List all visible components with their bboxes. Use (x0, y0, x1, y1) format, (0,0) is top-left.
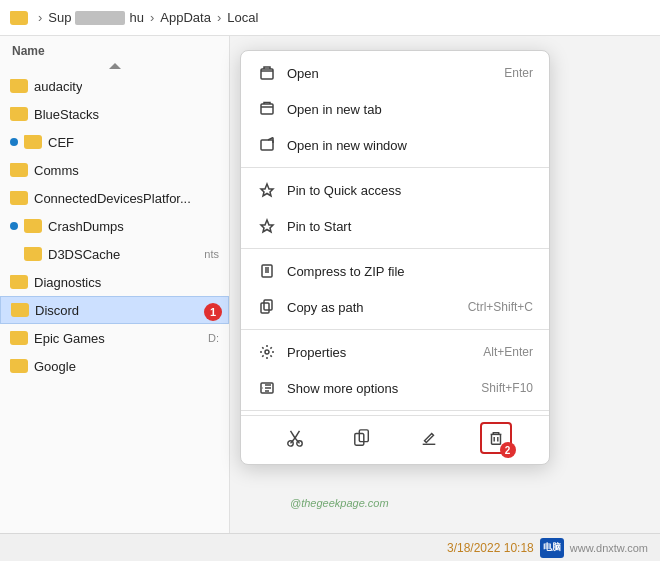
item-label: Google (34, 359, 76, 374)
folder-icon (24, 219, 42, 233)
breadcrumb-sep2: › (150, 10, 154, 25)
svg-rect-9 (261, 303, 269, 313)
list-item[interactable]: BlueStacks (0, 100, 229, 128)
svg-rect-8 (264, 300, 272, 310)
ctx-label-open: Open (287, 66, 504, 81)
list-item[interactable]: Comms (0, 156, 229, 184)
delete-button[interactable]: 2 (480, 422, 512, 454)
folder-icon (10, 107, 28, 121)
ctx-label-copy-path: Copy as path (287, 300, 468, 315)
breadcrumb-bar: › Sup hu › AppData › Local (0, 0, 660, 36)
pin-start-icon (257, 216, 277, 236)
ctx-label-properties: Properties (287, 345, 483, 360)
scroll-up-icon[interactable] (108, 62, 122, 70)
ctx-shortcut-copy-path: Ctrl+Shift+C (468, 300, 533, 314)
item-label: CrashDumps (48, 219, 124, 234)
copy-button[interactable] (346, 422, 378, 454)
cut-button[interactable] (279, 422, 311, 454)
new-window-icon (257, 135, 277, 155)
folder-icon (11, 303, 29, 317)
status-logo: 电脑 (540, 538, 564, 558)
pin-dot-icon (10, 138, 18, 146)
list-item[interactable]: D3DSCache nts (0, 240, 229, 268)
file-list-header: Name (0, 40, 229, 60)
ctx-item-pin-start[interactable]: Pin to Start (241, 208, 549, 244)
list-item[interactable]: Diagnostics (0, 268, 229, 296)
ctx-label-more-options: Show more options (287, 381, 481, 396)
site-domain: www.dnxtw.com (570, 542, 648, 554)
item-label: Epic Games (34, 331, 105, 346)
breadcrumb-folder-icon (10, 11, 28, 25)
ctx-item-properties[interactable]: Properties Alt+Enter (241, 334, 549, 370)
ctx-separator-3 (241, 329, 549, 330)
svg-rect-2 (261, 104, 273, 114)
list-item-discord[interactable]: Discord 1 ot (0, 296, 229, 324)
list-item[interactable]: CrashDumps (0, 212, 229, 240)
svg-rect-20 (491, 434, 500, 444)
ctx-label-pin-quick: Pin to Quick access (287, 183, 533, 198)
ctx-label-pin-start: Pin to Start (287, 219, 533, 234)
logo-text: 电脑 (543, 541, 561, 554)
ctx-item-open-new-tab[interactable]: Open in new tab (241, 91, 549, 127)
list-item[interactable]: ConnectedDevicesPlatfor... (0, 184, 229, 212)
breadcrumb-blur (75, 11, 125, 25)
list-item[interactable]: audacity (0, 72, 229, 100)
folder-icon (10, 79, 28, 93)
folder-icon (10, 191, 28, 205)
ctx-item-more-options[interactable]: Show more options Shift+F10 (241, 370, 549, 406)
item-label: CEF (48, 135, 74, 150)
item-label-discord: Discord (35, 303, 79, 318)
item-label: Comms (34, 163, 79, 178)
status-bar: 3/18/2022 10:18 电脑 www.dnxtw.com (0, 533, 660, 561)
item-label: BlueStacks (34, 107, 99, 122)
properties-icon (257, 342, 277, 362)
item-label: D3DSCache (48, 247, 120, 262)
folder-icon (24, 135, 42, 149)
new-tab-icon (257, 99, 277, 119)
ctx-item-copy-path[interactable]: Copy as path Ctrl+Shift+C (241, 289, 549, 325)
folder-icon (10, 163, 28, 177)
context-menu: Open Enter Open in new tab (240, 50, 550, 465)
folder-icon (10, 331, 28, 345)
svg-line-16 (290, 431, 295, 438)
svg-rect-3 (261, 140, 273, 150)
ctx-separator-bottom (241, 410, 549, 411)
ctx-item-open-new-window[interactable]: Open in new window (241, 127, 549, 163)
ctx-label-compress: Compress to ZIP file (287, 264, 533, 279)
badge-2: 2 (500, 442, 516, 458)
open-icon (257, 63, 277, 83)
item-label: audacity (34, 79, 82, 94)
ctx-separator-1 (241, 167, 549, 168)
pin-dot-icon (10, 222, 18, 230)
ctx-separator-2 (241, 248, 549, 249)
svg-point-10 (265, 350, 269, 354)
item-label: ConnectedDevicesPlatfor... (34, 191, 191, 206)
ctx-item-pin-quick[interactable]: Pin to Quick access (241, 172, 549, 208)
rename-button[interactable] (413, 422, 445, 454)
svg-line-17 (295, 431, 300, 438)
main-area: Name audacity BlueStacks CEF Comms Conne… (0, 36, 660, 561)
list-item[interactable]: CEF (0, 128, 229, 156)
ctx-item-compress[interactable]: Compress to ZIP file (241, 253, 549, 289)
breadcrumb-local[interactable]: Local (227, 10, 258, 25)
item-label: Diagnostics (34, 275, 101, 290)
ctx-bottom-bar: 2 (241, 415, 549, 460)
breadcrumb-part-sup[interactable]: Sup (48, 10, 71, 25)
badge-1: 1 (204, 303, 222, 321)
file-list: Name audacity BlueStacks CEF Comms Conne… (0, 36, 230, 561)
svg-rect-4 (262, 265, 272, 277)
ctx-item-open[interactable]: Open Enter (241, 55, 549, 91)
folder-icon (10, 359, 28, 373)
folder-icon (24, 247, 42, 261)
breadcrumb-sep3: › (217, 10, 221, 25)
ctx-shortcut-more-options: Shift+F10 (481, 381, 533, 395)
list-item[interactable]: Google (0, 352, 229, 380)
folder-icon (10, 275, 28, 289)
copy-path-icon (257, 297, 277, 317)
list-item[interactable]: Epic Games D: (0, 324, 229, 352)
more-options-icon (257, 378, 277, 398)
ctx-label-open-tab: Open in new tab (287, 102, 533, 117)
breadcrumb-part-hu[interactable]: hu (129, 10, 143, 25)
breadcrumb-appdata[interactable]: AppData (160, 10, 211, 25)
ctx-shortcut-open: Enter (504, 66, 533, 80)
